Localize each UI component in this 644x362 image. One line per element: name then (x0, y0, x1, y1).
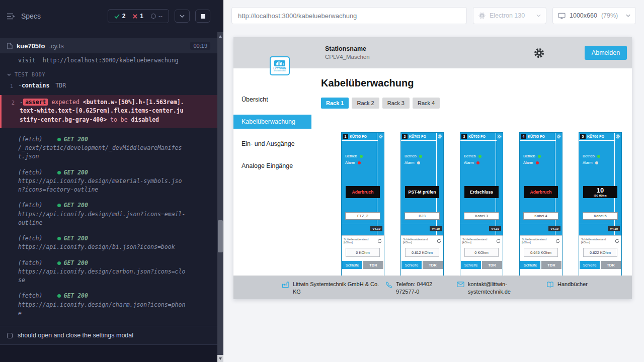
card-side-strip (555, 133, 555, 235)
footer-phone[interactable]: Telefon: 04402 972577-0 (385, 281, 445, 296)
schleife-button[interactable]: Schleife (401, 261, 422, 269)
test-stats: 2 1 -- (108, 9, 169, 23)
sidebar-item-ein-und-ausgaenge[interactable]: Ein- und Ausgänge (233, 137, 311, 151)
schleife-button[interactable]: Schleife (580, 261, 600, 269)
command-contains[interactable]: 1 -containsTDR (0, 81, 217, 90)
app-main: Kabelüberwachung Rack 1 Rack 2 Rack 3 Ra… (311, 68, 632, 299)
fetch-label: (fetch) (18, 259, 42, 266)
refresh-icon[interactable] (377, 239, 382, 243)
scrollbar-track[interactable] (217, 32, 223, 355)
status-display: Aderbruch (524, 186, 558, 198)
command-url: http://localhost:3000/kabelueberwachung (43, 57, 179, 64)
card-side-strip (436, 133, 437, 235)
next-test-row[interactable]: should open and close the settings modal (0, 326, 217, 345)
slot-number: 2 (402, 134, 408, 139)
network-log-entry[interactable]: (fetch)GET 200 /_next/static/development… (0, 135, 217, 161)
settings-gear-icon[interactable] (534, 48, 544, 58)
status-dot-icon (57, 237, 61, 240)
reporter-scrollbar[interactable] (217, 0, 223, 362)
command-visit[interactable]: visithttp://localhost:3000/kabelueberwac… (0, 56, 217, 65)
pending-icon (151, 14, 156, 19)
tdr-button[interactable]: TDR (423, 261, 443, 269)
schleife-button[interactable]: Schleife (342, 261, 362, 269)
chevron-down-icon (536, 14, 541, 17)
logout-button[interactable]: Abmelden (585, 46, 627, 60)
specs-menu-icon[interactable] (7, 13, 16, 20)
spec-timer: 00:19 (190, 42, 210, 50)
app-sidebar: Übersicht Kabelüberwachung Ein- und Ausg… (233, 68, 311, 299)
tab-rack-1[interactable]: Rack 1 (321, 98, 349, 109)
logo-mark-icon (274, 60, 285, 66)
scroll-down-icon[interactable] (217, 355, 223, 362)
browser-selector[interactable]: Electron 130 (473, 7, 546, 24)
app-footer: Littwin Systemtechnik GmbH & Co. KG Tele… (233, 276, 632, 299)
preferences-dropdown-button[interactable] (175, 10, 190, 23)
status-display: 10 ISO MOhm (583, 186, 617, 198)
network-log-entry[interactable]: (fetch)GET 200 https://api.iconify.desig… (0, 168, 217, 195)
phone-number: Telefon: 04402 972577-0 (396, 281, 445, 296)
betrieb-label: Betrieb (523, 154, 535, 158)
failed-assertion[interactable]: 2 -assert expected <button.w-[50%].h-[1.… (0, 95, 217, 128)
card-settings-icon[interactable] (438, 134, 442, 139)
app-under-test: LITTWIN SYSTEMTECHNIK Stationsname CPLV4… (233, 37, 632, 299)
iso-unit: ISO MOhm (594, 195, 606, 197)
tab-rack-2[interactable]: Rack 2 (352, 98, 379, 109)
fetch-url: https://api.iconify.design/charm.json?ic… (18, 301, 186, 318)
sidebar-item-analoge-eingaenge[interactable]: Analoge Eingänge (233, 159, 311, 173)
sidebar-item-kabelueberwachung[interactable]: Kabelüberwachung (233, 115, 311, 129)
url-text: http://localhost:3000/kabelueberwachung (238, 12, 357, 20)
card-settings-icon[interactable] (497, 134, 502, 139)
firmware-version: V4.19 (370, 226, 382, 231)
sidebar-item-uebersicht[interactable]: Übersicht (233, 93, 311, 107)
command-arg: TDR (55, 82, 66, 89)
tdr-button[interactable]: TDR (482, 261, 502, 269)
viewport-selector[interactable]: 1000x660 (79%) (552, 7, 636, 24)
schleife-button[interactable]: Schleife (461, 261, 481, 269)
cable-name-input[interactable]: Kabel 4 (523, 212, 558, 220)
refresh-icon[interactable] (496, 239, 501, 243)
card-settings-icon[interactable] (616, 134, 620, 139)
footer-email[interactable]: kontakt@littwin-systemtechnik.de (457, 281, 521, 296)
spec-header[interactable]: kue705fo .cy.ts 00:19 (0, 38, 217, 53)
tab-rack-4[interactable]: Rack 4 (413, 98, 440, 109)
network-log-entry[interactable]: (fetch)GET 200 https://api.iconify.desig… (0, 292, 217, 318)
failed-count: 1 (140, 13, 143, 20)
manuals-link: Handbücher (557, 281, 588, 288)
cable-name-input[interactable]: B23 (405, 212, 440, 220)
phone-icon (385, 281, 392, 288)
schleife-button[interactable]: Schleife (520, 261, 540, 269)
firmware-version: V4.19 (489, 226, 501, 231)
network-log-entry[interactable]: (fetch)GET 200 https://api.iconify.desig… (0, 259, 217, 285)
refresh-icon[interactable] (615, 239, 619, 243)
device-card: 3 KÜ705-FO Betrieb Alarm (460, 132, 503, 283)
fetch-status: GET 200 (63, 259, 88, 266)
spec-file-icon (7, 43, 13, 49)
tdr-button[interactable]: TDR (601, 261, 621, 269)
card-settings-icon[interactable] (378, 134, 383, 139)
chevron-down-icon (626, 14, 630, 17)
tdr-button[interactable]: TDR (363, 261, 383, 269)
network-log-entry[interactable]: (fetch)GET 200 https://api.iconify.desig… (0, 201, 217, 227)
footer-manuals[interactable]: Handbücher (546, 281, 588, 288)
card-settings-icon[interactable] (556, 134, 561, 139)
scroll-up-icon[interactable] (217, 33, 223, 39)
measurement-label: Schleifenwiderstand [kOhm] (403, 238, 437, 244)
test-body-section[interactable]: TEST BODY (0, 65, 217, 80)
refresh-icon[interactable] (437, 239, 441, 243)
scrollbar-thumb[interactable] (218, 220, 223, 252)
alarm-led (595, 161, 598, 164)
command-name: visit (18, 57, 36, 64)
stop-run-button[interactable] (195, 10, 210, 23)
url-input[interactable]: http://localhost:3000/kabelueberwachung (231, 7, 467, 24)
device-model: KÜ705-FO (468, 135, 486, 138)
tdr-button[interactable]: TDR (541, 261, 561, 269)
status-dot-icon (57, 138, 61, 141)
cable-name-input[interactable]: FTZ_2 (345, 212, 380, 220)
refresh-icon[interactable] (555, 239, 560, 243)
tab-rack-3[interactable]: Rack 3 (382, 98, 410, 109)
cable-name-input[interactable]: Kabel 5 (583, 212, 618, 220)
betrieb-led (597, 155, 600, 158)
network-log-entry[interactable]: (fetch)GET 200 https://api.iconify.desig… (0, 234, 217, 252)
cable-name-input[interactable]: Kabel 3 (464, 212, 499, 220)
status-dot-icon (57, 204, 61, 207)
